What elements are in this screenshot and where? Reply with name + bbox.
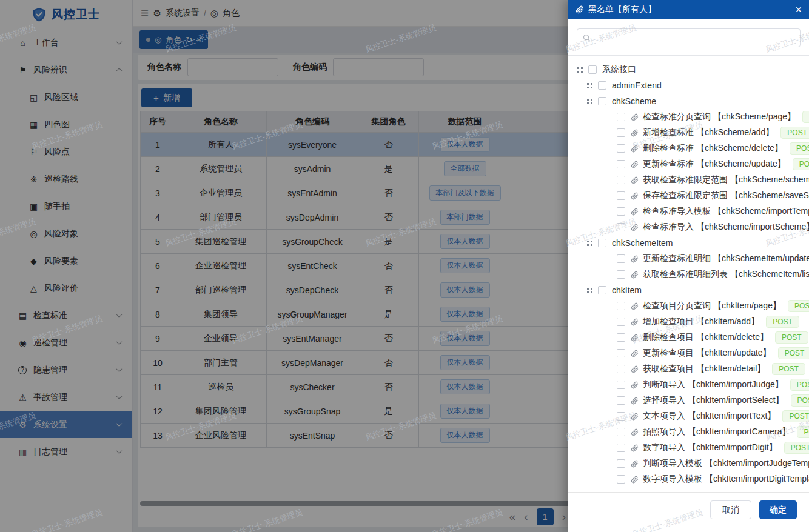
tree-leaf-node[interactable]: 增加检查项目 【chkItem/add】POST [568, 314, 809, 330]
tree-checkbox[interactable] [617, 318, 625, 326]
tree-leaf-node[interactable]: 新增检查标准 【chkScheme/add】POST [568, 125, 809, 141]
tree-checkbox[interactable] [598, 239, 606, 247]
http-method-badge: POST [782, 410, 809, 422]
tree-checkbox[interactable] [617, 254, 625, 263]
http-method-badge: POST [780, 127, 809, 139]
tree-checkbox[interactable] [588, 65, 597, 74]
api-label: 选择项导入 【chkItem/importSelect】 [643, 395, 784, 406]
paperclip-icon [631, 413, 639, 421]
tree-leaf-node[interactable]: 检查标准导入 【chkScheme/importScheme】 [568, 219, 809, 235]
http-method-badge: POST [790, 142, 809, 155]
paperclip-icon [631, 302, 639, 310]
tree-checkbox[interactable] [617, 302, 625, 310]
tree-checkbox[interactable] [617, 381, 625, 389]
search-icon [582, 33, 591, 42]
api-label: 增加检查项目 【chkItem/add】 [643, 316, 759, 327]
tree-leaf-node[interactable]: 拍照项导入 【chkItem/importCamera】POST [568, 424, 809, 440]
tree-checkbox[interactable] [617, 270, 625, 279]
paperclip-icon [631, 381, 639, 389]
tree-checkbox[interactable] [617, 191, 625, 200]
http-method-badge: POST [793, 158, 809, 170]
tree-leaf-node[interactable]: 检查标准分页查询 【chkScheme/page】POST [568, 109, 809, 125]
tree-leaf-node[interactable]: 删除检查标准 【chkScheme/delete】POST [568, 141, 809, 156]
tree-checkbox[interactable] [617, 333, 625, 342]
paperclip-icon [631, 318, 639, 326]
api-label: 获取检查项目 【chkItem/detail】 [643, 364, 765, 374]
tree-leaf-node[interactable]: 获取检查项目 【chkItem/detail】POST [568, 361, 809, 377]
blacklist-drawer: 黑名单【所有人】 × 系统接口adminExtendchkScheme检查标准分… [568, 0, 809, 532]
drag-handle-icon[interactable] [577, 67, 583, 73]
paperclip-icon [631, 397, 639, 405]
tree-group-node[interactable]: chkSchemeItem [568, 235, 809, 251]
tree-leaf-node[interactable]: 判断项导入模板 【chkItem/importJudgeTempl】 [568, 456, 809, 471]
tree-group-node[interactable]: adminExtend [568, 78, 809, 93]
tree-leaf-node[interactable]: 获取检查标准限定范围 【chkScheme/scheme】 [568, 172, 809, 188]
tree-leaf-node[interactable]: 数字项导入 【chkItem/importDigit】POST [568, 440, 809, 456]
tree-leaf-node[interactable]: 获取检查标准明细列表 【chkSchemeItem/list】 [568, 267, 809, 282]
paperclip-icon [631, 161, 639, 168]
api-label: 保存检查标准限定范围 【chkScheme/saveSc】 [643, 190, 809, 201]
drag-handle-icon[interactable] [587, 99, 592, 104]
tree-checkbox[interactable] [617, 459, 625, 468]
paperclip-icon [631, 334, 639, 342]
http-method-badge: POST [778, 347, 809, 359]
tree-leaf-node[interactable]: 更新检查标准明细 【chkSchemeItem/update】 [568, 251, 809, 267]
tree-checkbox[interactable] [617, 396, 625, 405]
tree-leaf-node[interactable]: 更新检查项目 【chkItem/update】POST [568, 345, 809, 361]
tree-search-input[interactable] [577, 28, 801, 47]
api-label: 更新检查标准明细 【chkSchemeItem/update】 [643, 253, 809, 264]
tree-group-node[interactable]: chkItem [568, 282, 809, 298]
tree-checkbox[interactable] [598, 81, 606, 90]
tree-checkbox[interactable] [617, 223, 625, 231]
paperclip-icon [631, 460, 639, 468]
tree-root-node[interactable]: 系统接口 [568, 62, 809, 78]
api-permission-tree: 系统接口adminExtendchkScheme检查标准分页查询 【chkSch… [568, 56, 809, 492]
paperclip-icon [631, 476, 639, 484]
api-label: 删除检查项目 【chkItem/delete】 [643, 332, 768, 343]
tree-checkbox[interactable] [617, 444, 625, 452]
http-method-badge: POST [790, 379, 809, 391]
tree-leaf-node[interactable]: 删除检查项目 【chkItem/delete】POST [568, 330, 809, 345]
paperclip-icon [631, 224, 639, 231]
tree-checkbox[interactable] [617, 128, 625, 137]
drawer-footer: 取消 确定 [568, 492, 809, 532]
tree-checkbox[interactable] [617, 412, 625, 421]
tree-checkbox[interactable] [617, 176, 625, 184]
tree-leaf-node[interactable]: 选择项导入 【chkItem/importSelect】POST [568, 393, 809, 408]
tree-checkbox[interactable] [617, 144, 625, 153]
tree-leaf-node[interactable]: 检查标准导入模板 【chkScheme/importTempl】 [568, 204, 809, 219]
tree-checkbox[interactable] [617, 113, 625, 121]
api-label: 数字项导入模板 【chkItem/importDigitTempla】 [643, 474, 809, 485]
cancel-button[interactable]: 取消 [710, 500, 751, 519]
drag-handle-icon[interactable] [587, 83, 592, 88]
drag-handle-icon[interactable] [587, 288, 592, 293]
tree-checkbox[interactable] [598, 286, 606, 294]
paperclip-icon [631, 192, 639, 200]
tree-leaf-node[interactable]: 判断项导入 【chkItem/importJudge】POST [568, 377, 809, 393]
tree-checkbox[interactable] [617, 428, 625, 436]
close-drawer-icon[interactable]: × [795, 4, 802, 15]
confirm-button[interactable]: 确定 [759, 500, 797, 519]
api-label: 检查标准导入模板 【chkScheme/importTempl】 [643, 206, 809, 217]
paperclip-icon [631, 365, 639, 373]
paperclip-icon [576, 5, 584, 14]
drag-handle-icon[interactable] [587, 241, 592, 246]
tree-checkbox[interactable] [617, 349, 625, 357]
tree-checkbox[interactable] [617, 475, 625, 484]
app-root: 风控卫士 ⌂工作台⚑风险辨识◱风险区域▦四色图⚐风险点※巡检路线▣随手拍◎风险对… [0, 0, 809, 532]
paperclip-icon [631, 129, 639, 137]
tree-leaf-node[interactable]: 更新检查标准 【chkScheme/update】POST [568, 156, 809, 172]
paperclip-icon [631, 176, 639, 184]
tree-checkbox[interactable] [617, 160, 625, 168]
http-method-badge: POST [784, 442, 809, 454]
tree-checkbox[interactable] [598, 97, 606, 105]
tree-leaf-node[interactable]: 检查项目分页查询 【chkItem/page】POST [568, 298, 809, 314]
tree-group-node[interactable]: chkScheme [568, 93, 809, 109]
tree-leaf-node[interactable]: 数字项导入模板 【chkItem/importDigitTempla】 [568, 471, 809, 487]
tree-leaf-node[interactable]: 保存检查标准限定范围 【chkScheme/saveSc】 [568, 188, 809, 204]
tree-leaf-node[interactable]: 文本项导入 【chkItem/importText】POST [568, 408, 809, 424]
tree-checkbox[interactable] [617, 207, 625, 216]
api-label: 删除检查标准 【chkScheme/delete】 [643, 143, 783, 154]
tree-group-label: chkScheme [612, 96, 656, 106]
tree-checkbox[interactable] [617, 365, 625, 373]
